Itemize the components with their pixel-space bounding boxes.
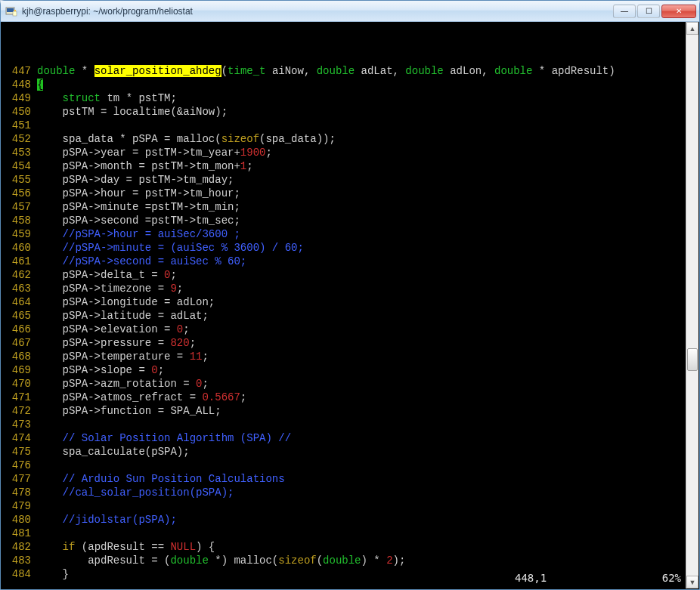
scroll-up-button[interactable]: ▲	[686, 22, 698, 35]
code-content: pSPA->pressure = 820;	[37, 336, 699, 350]
line-number: 458	[4, 214, 37, 227]
code-line: 454 pSPA->month = pstTM->tm_mon+1;	[4, 159, 699, 173]
code-line: 479	[4, 499, 699, 513]
code-content: pSPA->timezone = 9;	[37, 282, 699, 295]
code-content	[37, 499, 699, 513]
code-line: 450 pstTM = localtime(&aiNow);	[4, 105, 699, 119]
code-content: apdResult = (double *) malloc(sizeof(dou…	[37, 554, 699, 567]
maximize-button[interactable]: ☐	[637, 5, 660, 18]
code-line: 453 pSPA->year = pstTM->tm_year+1900;	[4, 146, 699, 159]
code-line: 448{	[4, 78, 699, 91]
code-content: {	[37, 78, 699, 91]
code-content: pstTM = localtime(&aiNow);	[37, 105, 699, 119]
code-line: 466 pSPA->elevation = 0;	[4, 323, 699, 336]
code-content	[37, 418, 699, 431]
code-content: spa_calculate(pSPA);	[37, 445, 699, 459]
line-number: 461	[4, 255, 37, 268]
code-line: 459 //pSPA->hour = auiSec/3600 ;	[4, 227, 699, 241]
code-line: 471 pSPA->atmos_refract = 0.5667;	[4, 391, 699, 404]
line-number: 478	[4, 486, 37, 499]
window-buttons: — ☐ ✕	[612, 5, 696, 18]
code-line: 468 pSPA->temperature = 11;	[4, 350, 699, 363]
line-number: 474	[4, 431, 37, 445]
scroll-thumb[interactable]	[687, 348, 698, 371]
line-number: 466	[4, 323, 37, 336]
svg-rect-2	[13, 11, 17, 16]
line-number: 483	[4, 554, 37, 567]
line-number: 447	[4, 64, 37, 78]
line-number: 470	[4, 377, 37, 391]
code-line: 473	[4, 418, 699, 431]
code-content: struct tm * pstTM;	[37, 91, 699, 105]
line-number: 475	[4, 445, 37, 459]
code-line: 483 apdResult = (double *) malloc(sizeof…	[4, 554, 699, 567]
line-number: 468	[4, 350, 37, 363]
line-number: 480	[4, 513, 37, 527]
line-number: 472	[4, 404, 37, 418]
code-content: // Arduio Sun Position Calculations	[37, 472, 699, 486]
code-content: pSPA->hour = pstTM->tm_hour;	[37, 187, 699, 200]
code-content: pSPA->temperature = 11;	[37, 350, 699, 363]
code-content: pSPA->delta_t = 0;	[37, 268, 699, 282]
line-number: 465	[4, 309, 37, 323]
code-content: pSPA->slope = 0;	[37, 363, 699, 377]
code-line: 464 pSPA->longitude = adLon;	[4, 295, 699, 309]
code-line: 463 pSPA->timezone = 9;	[4, 282, 699, 295]
code-content: //pSPA->second = auiSec % 60;	[37, 255, 699, 268]
code-content	[37, 459, 699, 472]
terminal-area[interactable]: 447double * solar_position_ahdeg(time_t …	[1, 22, 699, 589]
code-line: 476	[4, 459, 699, 472]
code-content: //pSPA->minute = (auiSec % 3600) / 60;	[37, 241, 699, 255]
code-line: 462 pSPA->delta_t = 0;	[4, 268, 699, 282]
line-number: 460	[4, 241, 37, 255]
code-line: 478 //cal_solar_position(pSPA);	[4, 486, 699, 499]
code-content: double * solar_position_ahdeg(time_t aiN…	[37, 64, 699, 78]
code-content: //jidolstar(pSPA);	[37, 513, 699, 527]
code-line: 449 struct tm * pstTM;	[4, 91, 699, 105]
line-number: 464	[4, 295, 37, 309]
line-number: 452	[4, 132, 37, 146]
code-line: 475 spa_calculate(pSPA);	[4, 445, 699, 459]
line-number: 454	[4, 159, 37, 173]
code-content: pSPA->azm_rotation = 0;	[37, 377, 699, 391]
code-line: 482 if (apdResult == NULL) {	[4, 540, 699, 554]
code-content: pSPA->month = pstTM->tm_mon+1;	[37, 159, 699, 173]
code-line: 457 pSPA->minute =pstTM->tm_min;	[4, 200, 699, 214]
code-line: 477 // Arduio Sun Position Calculations	[4, 472, 699, 486]
code-line: 460 //pSPA->minute = (auiSec % 3600) / 6…	[4, 241, 699, 255]
code-line: 469 pSPA->slope = 0;	[4, 363, 699, 377]
line-number: 467	[4, 336, 37, 350]
code-content	[37, 119, 699, 132]
code-line: 472 pSPA->function = SPA_ALL;	[4, 404, 699, 418]
code-content: //cal_solar_position(pSPA);	[37, 486, 699, 499]
code-line: 481	[4, 527, 699, 540]
code-content: // Solar Position Algorithm (SPA) //	[37, 431, 699, 445]
line-number: 457	[4, 200, 37, 214]
code-content: pSPA->year = pstTM->tm_year+1900;	[37, 146, 699, 159]
scroll-track[interactable]	[686, 35, 698, 576]
close-button[interactable]: ✕	[661, 5, 696, 18]
code-content: pSPA->longitude = adLon;	[37, 295, 699, 309]
window-title: kjh@raspberrypi: ~/work/program/heliosta…	[22, 6, 612, 17]
code-content: pSPA->latitude = adLat;	[37, 309, 699, 323]
vertical-scrollbar[interactable]: ▲ ▼	[686, 22, 698, 588]
line-number: 462	[4, 268, 37, 282]
line-number: 476	[4, 459, 37, 472]
code-content: //pSPA->hour = auiSec/3600 ;	[37, 227, 699, 241]
line-number: 481	[4, 527, 37, 540]
minimize-button[interactable]: —	[613, 5, 636, 18]
code-line: 451	[4, 119, 699, 132]
line-number: 477	[4, 472, 37, 486]
code-line: 458 pSPA->second =pstTM->tm_sec;	[4, 214, 699, 227]
code-content: pSPA->atmos_refract = 0.5667;	[37, 391, 699, 404]
line-number: 455	[4, 173, 37, 187]
app-icon	[5, 5, 17, 17]
code-content: spa_data * pSPA = malloc(sizeof(spa_data…	[37, 132, 699, 146]
code-line: 467 pSPA->pressure = 820;	[4, 336, 699, 350]
titlebar[interactable]: kjh@raspberrypi: ~/work/program/heliosta…	[1, 1, 699, 22]
line-number: 450	[4, 105, 37, 119]
line-number: 456	[4, 187, 37, 200]
code-line: 447double * solar_position_ahdeg(time_t …	[4, 64, 699, 78]
scroll-down-button[interactable]: ▼	[686, 576, 698, 588]
scroll-percent: 62%	[636, 571, 681, 585]
